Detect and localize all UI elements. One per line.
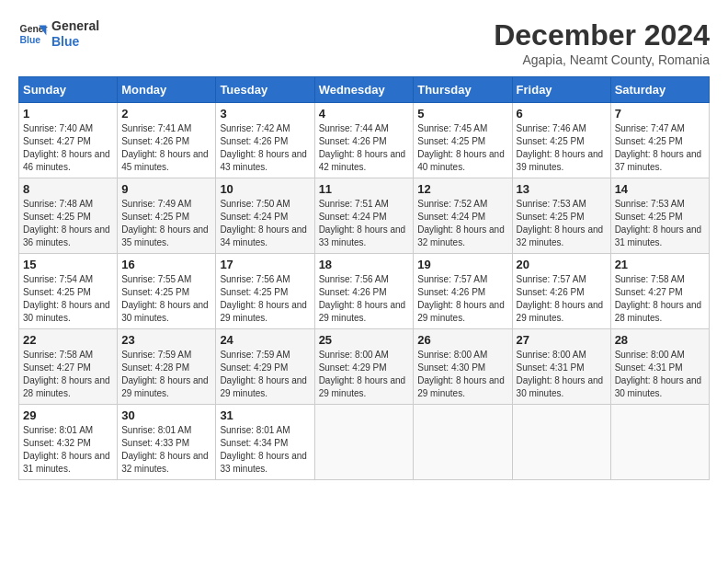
calendar-day-cell: 11Sunrise: 7:51 AM Sunset: 4:24 PM Dayli… [314, 178, 414, 254]
day-number: 27 [517, 333, 607, 347]
calendar-week-row: 29Sunrise: 8:01 AM Sunset: 4:32 PM Dayli… [19, 405, 710, 480]
weekday-header-cell: Monday [118, 77, 216, 103]
weekday-header-cell: Thursday [414, 77, 512, 103]
calendar-day-cell: 13Sunrise: 7:53 AM Sunset: 4:25 PM Dayli… [512, 178, 610, 254]
calendar-day-cell: 19Sunrise: 7:57 AM Sunset: 4:26 PM Dayli… [414, 254, 512, 329]
calendar-week-row: 15Sunrise: 7:54 AM Sunset: 4:25 PM Dayli… [19, 254, 710, 329]
day-info: Sunrise: 7:56 AM Sunset: 4:26 PM Dayligh… [319, 273, 410, 325]
calendar-day-cell: 12Sunrise: 7:52 AM Sunset: 4:24 PM Dayli… [414, 178, 512, 254]
weekday-header-cell: Tuesday [216, 77, 314, 103]
calendar-day-cell [414, 405, 512, 480]
weekday-header-cell: Saturday [610, 77, 709, 103]
calendar-day-cell: 18Sunrise: 7:56 AM Sunset: 4:26 PM Dayli… [314, 254, 414, 329]
day-number: 7 [615, 107, 705, 121]
weekday-header-row: SundayMondayTuesdayWednesdayThursdayFrid… [19, 77, 710, 103]
day-info: Sunrise: 7:58 AM Sunset: 4:27 PM Dayligh… [615, 273, 705, 325]
day-info: Sunrise: 7:57 AM Sunset: 4:26 PM Dayligh… [417, 273, 507, 325]
calendar-day-cell: 1Sunrise: 7:40 AM Sunset: 4:27 PM Daylig… [19, 103, 118, 178]
calendar-day-cell: 29Sunrise: 8:01 AM Sunset: 4:32 PM Dayli… [19, 405, 118, 480]
weekday-header-cell: Sunday [19, 77, 118, 103]
logo-icon: General Blue [18, 19, 48, 49]
day-number: 25 [319, 333, 410, 347]
day-number: 10 [220, 182, 310, 196]
calendar-day-cell: 2Sunrise: 7:41 AM Sunset: 4:26 PM Daylig… [118, 103, 216, 178]
day-number: 19 [417, 258, 507, 271]
day-info: Sunrise: 7:53 AM Sunset: 4:25 PM Dayligh… [615, 198, 705, 249]
day-info: Sunrise: 7:45 AM Sunset: 4:25 PM Dayligh… [417, 122, 507, 174]
day-info: Sunrise: 7:55 AM Sunset: 4:25 PM Dayligh… [121, 273, 211, 325]
day-info: Sunrise: 7:53 AM Sunset: 4:25 PM Dayligh… [517, 198, 607, 249]
day-number: 31 [220, 408, 310, 422]
day-number: 21 [615, 258, 705, 271]
day-info: Sunrise: 7:49 AM Sunset: 4:25 PM Dayligh… [121, 198, 211, 249]
weekday-header-cell: Friday [512, 77, 610, 103]
day-info: Sunrise: 8:01 AM Sunset: 4:33 PM Dayligh… [121, 424, 211, 476]
calendar-day-cell: 8Sunrise: 7:48 AM Sunset: 4:25 PM Daylig… [19, 178, 118, 254]
calendar-day-cell [610, 405, 709, 480]
day-number: 5 [417, 107, 507, 121]
calendar-day-cell: 31Sunrise: 8:01 AM Sunset: 4:34 PM Dayli… [216, 405, 314, 480]
day-info: Sunrise: 7:44 AM Sunset: 4:26 PM Dayligh… [319, 122, 410, 174]
day-number: 28 [615, 333, 705, 347]
day-number: 26 [417, 333, 507, 347]
calendar-day-cell: 28Sunrise: 8:00 AM Sunset: 4:31 PM Dayli… [610, 329, 709, 405]
calendar-day-cell: 23Sunrise: 7:59 AM Sunset: 4:28 PM Dayli… [118, 329, 216, 405]
calendar-day-cell: 22Sunrise: 7:58 AM Sunset: 4:27 PM Dayli… [19, 329, 118, 405]
day-info: Sunrise: 7:51 AM Sunset: 4:24 PM Dayligh… [319, 198, 410, 249]
day-number: 16 [121, 258, 211, 271]
weekday-header-cell: Wednesday [314, 77, 414, 103]
day-info: Sunrise: 7:41 AM Sunset: 4:26 PM Dayligh… [121, 122, 211, 174]
calendar-day-cell [512, 405, 610, 480]
day-number: 6 [517, 107, 607, 121]
day-info: Sunrise: 7:58 AM Sunset: 4:27 PM Dayligh… [23, 349, 113, 400]
calendar-week-row: 8Sunrise: 7:48 AM Sunset: 4:25 PM Daylig… [19, 178, 710, 254]
day-number: 24 [220, 333, 310, 347]
day-number: 4 [319, 107, 410, 121]
day-number: 29 [23, 408, 113, 422]
day-number: 15 [23, 258, 113, 271]
day-number: 11 [319, 182, 410, 196]
day-number: 13 [517, 182, 607, 196]
calendar-day-cell: 9Sunrise: 7:49 AM Sunset: 4:25 PM Daylig… [118, 178, 216, 254]
day-info: Sunrise: 7:57 AM Sunset: 4:26 PM Dayligh… [517, 273, 607, 325]
day-info: Sunrise: 7:59 AM Sunset: 4:28 PM Dayligh… [121, 349, 211, 400]
day-info: Sunrise: 7:54 AM Sunset: 4:25 PM Dayligh… [23, 273, 113, 325]
day-info: Sunrise: 8:00 AM Sunset: 4:31 PM Dayligh… [615, 349, 705, 400]
logo: General Blue General Blue [18, 18, 99, 50]
day-number: 8 [23, 182, 113, 196]
calendar-day-cell: 15Sunrise: 7:54 AM Sunset: 4:25 PM Dayli… [19, 254, 118, 329]
day-info: Sunrise: 7:52 AM Sunset: 4:24 PM Dayligh… [417, 198, 507, 249]
day-info: Sunrise: 7:40 AM Sunset: 4:27 PM Dayligh… [23, 122, 113, 174]
calendar-day-cell: 26Sunrise: 8:00 AM Sunset: 4:30 PM Dayli… [414, 329, 512, 405]
svg-text:Blue: Blue [20, 34, 41, 44]
day-info: Sunrise: 8:01 AM Sunset: 4:34 PM Dayligh… [220, 424, 310, 476]
logo-text: General Blue [51, 18, 99, 50]
day-number: 14 [615, 182, 705, 196]
calendar-day-cell [314, 405, 414, 480]
calendar-day-cell: 14Sunrise: 7:53 AM Sunset: 4:25 PM Dayli… [610, 178, 709, 254]
calendar-week-row: 22Sunrise: 7:58 AM Sunset: 4:27 PM Dayli… [19, 329, 710, 405]
calendar-day-cell: 5Sunrise: 7:45 AM Sunset: 4:25 PM Daylig… [414, 103, 512, 178]
day-number: 18 [319, 258, 410, 271]
calendar-day-cell: 10Sunrise: 7:50 AM Sunset: 4:24 PM Dayli… [216, 178, 314, 254]
calendar-day-cell: 27Sunrise: 8:00 AM Sunset: 4:31 PM Dayli… [512, 329, 610, 405]
page-header: General Blue General Blue December 2024 … [18, 18, 710, 67]
day-info: Sunrise: 8:00 AM Sunset: 4:30 PM Dayligh… [417, 349, 507, 400]
day-info: Sunrise: 7:48 AM Sunset: 4:25 PM Dayligh… [23, 198, 113, 249]
calendar-day-cell: 16Sunrise: 7:55 AM Sunset: 4:25 PM Dayli… [118, 254, 216, 329]
day-number: 23 [121, 333, 211, 347]
day-info: Sunrise: 7:50 AM Sunset: 4:24 PM Dayligh… [220, 198, 310, 249]
calendar-day-cell: 30Sunrise: 8:01 AM Sunset: 4:33 PM Dayli… [118, 405, 216, 480]
day-info: Sunrise: 8:00 AM Sunset: 4:31 PM Dayligh… [517, 349, 607, 400]
location-subtitle: Agapia, Neamt County, Romania [494, 52, 710, 67]
day-number: 17 [220, 258, 310, 271]
day-number: 22 [23, 333, 113, 347]
day-info: Sunrise: 7:59 AM Sunset: 4:29 PM Dayligh… [220, 349, 310, 400]
calendar-day-cell: 7Sunrise: 7:47 AM Sunset: 4:25 PM Daylig… [610, 103, 709, 178]
calendar-day-cell: 20Sunrise: 7:57 AM Sunset: 4:26 PM Dayli… [512, 254, 610, 329]
calendar-day-cell: 3Sunrise: 7:42 AM Sunset: 4:26 PM Daylig… [216, 103, 314, 178]
calendar-day-cell: 21Sunrise: 7:58 AM Sunset: 4:27 PM Dayli… [610, 254, 709, 329]
day-number: 20 [517, 258, 607, 271]
calendar-day-cell: 17Sunrise: 7:56 AM Sunset: 4:25 PM Dayli… [216, 254, 314, 329]
calendar-day-cell: 4Sunrise: 7:44 AM Sunset: 4:26 PM Daylig… [314, 103, 414, 178]
